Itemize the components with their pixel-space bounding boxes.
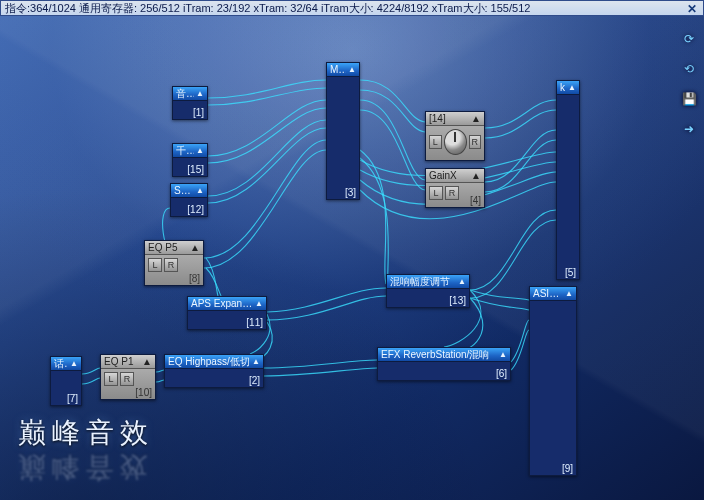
port-L[interactable]: L (148, 258, 162, 272)
node-id: [3] (327, 185, 359, 199)
node-title: 音源 (176, 87, 194, 100)
watermark: 巅峰音效 巅峰音效 (18, 414, 154, 486)
node-id: [12] (171, 202, 207, 216)
node-id: [4] (426, 193, 484, 207)
node-n_yinyuan[interactable]: 音源▲[1] (172, 86, 208, 120)
node-title: SRC (174, 184, 194, 197)
node-n_huatong[interactable]: 话筒▲[7] (50, 356, 82, 406)
node-g_eqp1[interactable]: EQ P1▲LR[10] (100, 354, 156, 400)
close-icon[interactable]: ✕ (687, 2, 697, 16)
collapse-icon[interactable]: ▲ (255, 297, 263, 310)
port-L[interactable]: L (104, 372, 118, 386)
collapse-icon[interactable]: ▲ (142, 355, 152, 368)
collapse-icon[interactable]: ▲ (190, 241, 200, 254)
collapse-icon[interactable]: ▲ (70, 357, 78, 370)
node-n_mx6[interactable]: MX6▲[3] (326, 62, 360, 200)
node-id: [15] (173, 162, 207, 176)
collapse-icon[interactable]: ▲ (458, 275, 466, 288)
collapse-icon[interactable]: ▲ (499, 348, 507, 361)
node-id: [10] (101, 385, 155, 399)
collapse-icon[interactable]: ▲ (471, 112, 481, 125)
collapse-icon[interactable]: ▲ (471, 169, 481, 182)
sidebar-icon-2[interactable]: ⟲ (680, 62, 698, 76)
node-id: [11] (188, 315, 266, 329)
node-n_reverb_amp[interactable]: 混响幅度调节▲[13] (386, 274, 470, 308)
sidebar-icon-4[interactable]: ➜ (680, 122, 698, 136)
node-title: APS Expander (191, 297, 253, 310)
collapse-icon[interactable]: ▲ (196, 184, 204, 197)
node-id: [8] (145, 271, 203, 285)
node-title: EFX ReverbStation/混响 (381, 348, 489, 361)
status-bar: 指令:364/1024 通用寄存器: 256/512 iTram: 23/192… (0, 0, 704, 16)
sidebar-icons: ⟳ ⟲ 💾 ➜ (678, 30, 700, 138)
node-id: [13] (387, 293, 469, 307)
node-n_asio[interactable]: ASIO5.1▲[9] (529, 286, 577, 476)
node-id: [6] (378, 366, 510, 380)
collapse-icon[interactable]: ▲ (196, 87, 204, 100)
node-id: [9] (530, 461, 576, 475)
collapse-icon[interactable]: ▲ (568, 81, 576, 94)
node-n_apsx[interactable]: APS Expander▲[11] (187, 296, 267, 330)
collapse-icon[interactable]: ▲ (196, 144, 204, 157)
node-n_src[interactable]: SRC▲[12] (170, 183, 208, 217)
node-title: k1lt (560, 81, 566, 94)
node-id: [1] (173, 105, 207, 119)
node-title: 混响幅度调节 (390, 275, 450, 288)
port-R[interactable]: R (120, 372, 134, 386)
knob[interactable] (444, 129, 467, 155)
sidebar-icon-1[interactable]: ⟳ (680, 32, 698, 46)
node-id: [7] (51, 391, 81, 405)
node-g_knob[interactable]: [14]▲LR (425, 111, 485, 161)
node-n_qianqian[interactable]: 千千▲[15] (172, 143, 208, 177)
node-id: [2] (165, 373, 263, 387)
node-title: 话筒 (54, 357, 68, 370)
node-n_hip[interactable]: EQ Highpass/低切▲[2] (164, 354, 264, 388)
node-title: EQ P5 (148, 241, 177, 254)
node-g_eqp5[interactable]: EQ P5▲LR[8] (144, 240, 204, 286)
save-icon[interactable]: 💾 (680, 92, 698, 106)
status-text: 指令:364/1024 通用寄存器: 256/512 iTram: 23/192… (5, 1, 530, 16)
node-title: [14] (429, 112, 446, 125)
collapse-icon[interactable]: ▲ (348, 63, 356, 76)
collapse-icon[interactable]: ▲ (565, 287, 573, 300)
watermark-text: 巅峰音效 (18, 414, 154, 452)
node-id: [5] (557, 265, 579, 279)
node-title: ASIO5.1 (533, 287, 563, 300)
collapse-icon[interactable]: ▲ (252, 355, 260, 368)
node-title: GainX (429, 169, 457, 182)
node-title: EQ P1 (104, 355, 133, 368)
node-n_efx[interactable]: EFX ReverbStation/混响▲[6] (377, 347, 511, 381)
node-title: EQ Highpass/低切 (168, 355, 250, 368)
node-g_gainx[interactable]: GainX▲LR[4] (425, 168, 485, 208)
node-n_k1lt[interactable]: k1lt▲[5] (556, 80, 580, 280)
node-title: MX6 (330, 63, 346, 76)
port-R[interactable]: R (164, 258, 178, 272)
node-title: 千千 (176, 144, 194, 157)
